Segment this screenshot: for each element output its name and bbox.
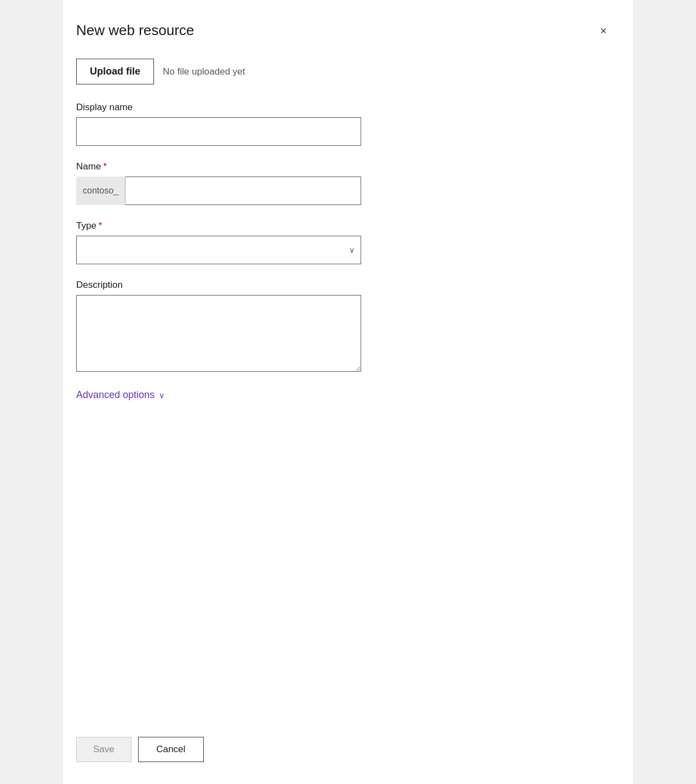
display-name-group: Display name [76,102,611,146]
dialog-header: New web resource × [76,22,611,39]
dialog-title: New web resource [76,22,194,39]
cancel-button[interactable]: Cancel [138,737,204,762]
description-label: Description [76,280,611,291]
type-select[interactable]: Webpage (HTML) Style Sheet (CSS) Script … [76,236,361,264]
advanced-options-toggle[interactable]: Advanced options ∨ [76,389,611,401]
advanced-options-label: Advanced options [76,389,155,401]
name-input-wrapper: contoso_ [76,177,361,205]
display-name-input[interactable] [76,117,361,146]
spacer [76,412,611,726]
close-button[interactable]: × [596,23,611,38]
type-label: Type* [76,220,611,231]
upload-section: Upload file No file uploaded yet [76,59,611,84]
upload-status-text: No file uploaded yet [163,66,245,77]
description-group: Description [76,280,611,374]
description-textarea[interactable] [76,295,361,372]
name-label: Name* [76,161,611,172]
display-name-label: Display name [76,102,611,113]
type-group: Type* Webpage (HTML) Style Sheet (CSS) S… [76,220,611,264]
name-group: Name* contoso_ [76,161,611,205]
name-input[interactable] [76,177,361,205]
type-select-wrapper: Webpage (HTML) Style Sheet (CSS) Script … [76,236,361,264]
new-web-resource-dialog: New web resource × Upload file No file u… [63,0,633,784]
dialog-footer: Save Cancel [76,726,611,762]
chevron-down-icon: ∨ [159,391,164,400]
save-button[interactable]: Save [76,737,132,762]
upload-file-button[interactable]: Upload file [76,59,154,84]
